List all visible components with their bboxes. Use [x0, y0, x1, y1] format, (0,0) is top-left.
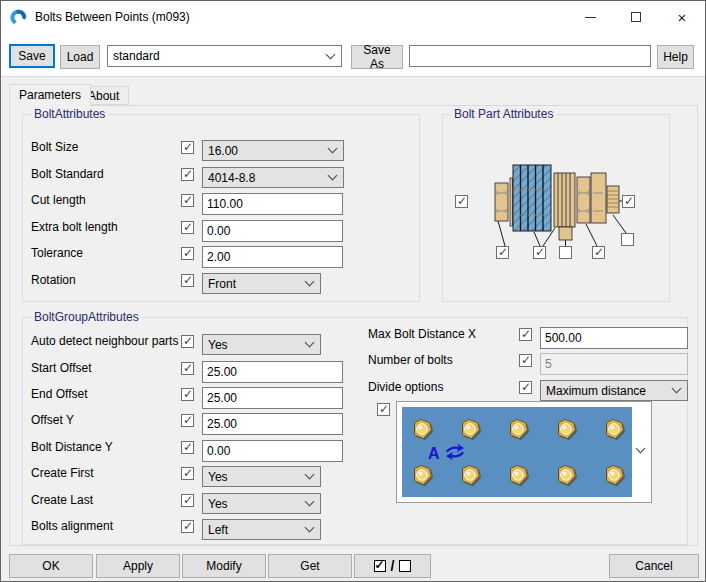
load-button[interactable]: Load: [60, 45, 100, 69]
apply-button[interactable]: Apply: [96, 554, 180, 578]
toggle-separator: /: [391, 558, 395, 574]
field-label: Create First: [31, 466, 94, 480]
modify-button[interactable]: Modify: [182, 554, 266, 578]
bolts-alignment-select[interactable]: Left: [202, 519, 321, 540]
profile-value: standard: [113, 49, 323, 63]
field-row: Bolt Size 16.00: [23, 137, 419, 159]
max-bolt-distance-x-input[interactable]: 500.00: [540, 327, 688, 349]
field-label: Bolt Standard: [31, 167, 104, 181]
field-label: Offset Y: [31, 413, 74, 427]
bolt-standard-select[interactable]: 4014-8.8: [202, 167, 344, 188]
select-value: 4014-8.8: [208, 171, 325, 185]
part-bottom-4-checkbox[interactable]: [592, 246, 605, 259]
part-lower-right-checkbox[interactable]: [621, 233, 634, 246]
save-as-name-input[interactable]: [409, 45, 651, 67]
field-label: Cut length: [31, 193, 86, 207]
max-bolt-distance-x-checkbox[interactable]: [519, 328, 532, 341]
number-of-bolts-checkbox[interactable]: [519, 354, 532, 367]
save-as-button[interactable]: Save As: [351, 45, 403, 69]
bolt-arrangement-selector[interactable]: A: [396, 401, 652, 503]
part-bottom-3-checkbox[interactable]: [559, 246, 572, 259]
field-label: Tolerance: [31, 246, 83, 260]
divide-options-select[interactable]: Maximum distance: [540, 380, 688, 401]
create-first-select[interactable]: Yes: [202, 466, 321, 487]
offset-y-checkbox[interactable]: [181, 414, 194, 427]
field-label: Extra bolt length: [31, 220, 118, 234]
bolt-size-select[interactable]: 16.00: [202, 140, 344, 161]
field-label: Create Last: [31, 493, 93, 507]
extra-bolt-length-input[interactable]: 0.00: [202, 220, 343, 242]
offset-y-input[interactable]: 25.00: [202, 413, 343, 435]
arrangement-checkbox[interactable]: [377, 403, 390, 416]
chevron-down-icon: [328, 171, 338, 181]
bolts-between-points-dialog: Bolts Between Points (m093) × Save Load …: [0, 0, 706, 582]
profile-combobox[interactable]: standard: [107, 45, 342, 67]
toggle-all-checkboxes-button[interactable]: /: [354, 554, 431, 578]
field-label: Max Bolt Distance X: [368, 327, 476, 341]
create-last-select[interactable]: Yes: [202, 493, 321, 514]
divide-options-checkbox[interactable]: [519, 381, 532, 394]
bolt-attributes-group: BoltAttributes Bolt Size 16.00 Bolt Stan…: [22, 114, 420, 302]
select-value: Yes: [208, 470, 302, 484]
help-button[interactable]: Help: [657, 45, 694, 69]
field-row: Bolts alignment Left: [23, 516, 687, 538]
window-controls: ×: [567, 1, 705, 33]
rotation-checkbox[interactable]: [181, 274, 194, 287]
chevron-down-icon: [328, 144, 338, 154]
extra-bolt-length-checkbox[interactable]: [181, 221, 194, 234]
rotation-select[interactable]: Front: [202, 273, 321, 294]
part-left-checkbox[interactable]: [455, 195, 468, 208]
chevron-down-icon: [305, 470, 315, 480]
field-row: Bolt Standard 4014-8.8: [23, 164, 419, 186]
select-value: Maximum distance: [546, 384, 669, 398]
title-bar: Bolts Between Points (m093) ×: [1, 1, 705, 33]
maximize-button[interactable]: [613, 1, 659, 33]
chevron-down-icon: [305, 497, 315, 507]
maximize-icon: [631, 12, 641, 22]
bolts-alignment-checkbox[interactable]: [181, 520, 194, 533]
create-first-checkbox[interactable]: [181, 467, 194, 480]
select-value: Left: [208, 523, 302, 537]
cut-length-input[interactable]: 110.00: [202, 193, 343, 215]
select-value: 16.00: [208, 144, 325, 158]
bolt-arrangement-image: A: [402, 407, 632, 497]
cut-length-checkbox[interactable]: [181, 194, 194, 207]
bolt-size-checkbox[interactable]: [181, 141, 194, 154]
minimize-icon: [585, 17, 596, 18]
chevron-down-icon: [305, 523, 315, 533]
part-bottom-2-checkbox[interactable]: [533, 246, 546, 259]
field-row: Extra bolt length 0.00: [23, 217, 419, 239]
chevron-down-icon: [672, 384, 682, 394]
unchecked-box-icon: [399, 560, 411, 572]
bolt-group-attributes-group: BoltGroupAttributes Auto detect neighbou…: [22, 317, 688, 545]
field-row: Max Bolt Distance X 500.00: [23, 324, 687, 346]
save-button[interactable]: Save: [9, 44, 55, 68]
field-row: Rotation Front: [23, 270, 419, 292]
field-row: Divide options Maximum distance: [23, 377, 687, 399]
window-title: Bolts Between Points (m093): [35, 10, 190, 24]
tolerance-input[interactable]: 2.00: [202, 246, 343, 268]
cancel-button[interactable]: Cancel: [609, 554, 699, 578]
bolt-standard-checkbox[interactable]: [181, 168, 194, 181]
part-bottom-1-checkbox[interactable]: [496, 246, 509, 259]
close-button[interactable]: ×: [659, 1, 705, 33]
get-button[interactable]: Get: [268, 554, 352, 578]
bolt-distance-y-checkbox[interactable]: [181, 441, 194, 454]
field-label: Bolts alignment: [31, 519, 113, 533]
bolt-distance-y-input[interactable]: 0.00: [202, 440, 343, 462]
bolt-part-attributes-group: Bolt Part Attributes: [442, 114, 670, 302]
tab-parameters[interactable]: Parameters: [9, 84, 91, 106]
toolbar: Save Load standard Save As Help: [1, 33, 705, 77]
create-last-checkbox[interactable]: [181, 494, 194, 507]
ok-button[interactable]: OK: [9, 554, 93, 578]
direction-letter: A: [428, 445, 440, 462]
select-value: Yes: [208, 497, 302, 511]
field-row: Tolerance 2.00: [23, 243, 419, 265]
minimize-button[interactable]: [567, 1, 613, 33]
parameters-page: BoltAttributes Bolt Size 16.00 Bolt Stan…: [9, 105, 698, 546]
field-row: Cut length 110.00: [23, 190, 419, 212]
chevron-down-icon: [326, 49, 336, 59]
bolt-part-diagram: [443, 115, 671, 303]
part-right-checkbox[interactable]: [622, 195, 635, 208]
tolerance-checkbox[interactable]: [181, 247, 194, 260]
